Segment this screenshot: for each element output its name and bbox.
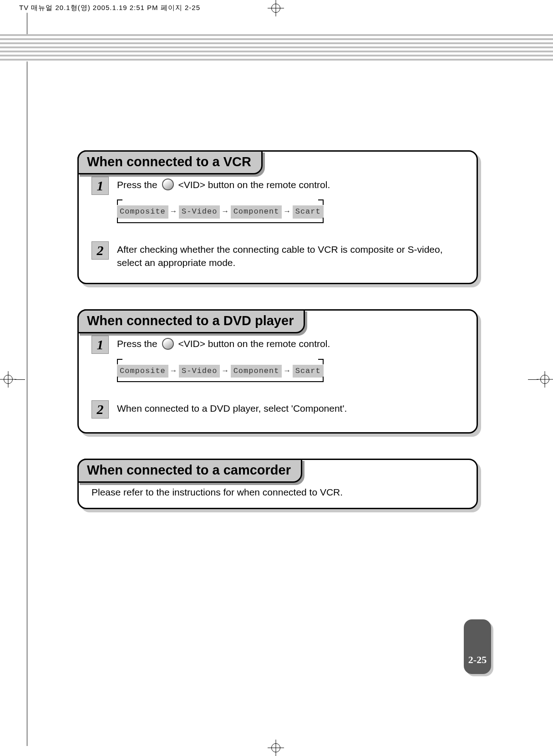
registration-mark-icon (537, 371, 553, 388)
text-part: <VID> button on the remote control. (178, 179, 330, 190)
step-text: When connected to a DVD player, select '… (117, 400, 464, 415)
vid-button-icon (162, 338, 174, 350)
mode-item: Component (231, 205, 282, 219)
crop-line (27, 13, 27, 746)
mode-cycle-diagram: Composite → S-Video → Component → Scart (117, 359, 324, 383)
step-number-badge: 2 (91, 400, 109, 419)
section-text: Please refer to the instructions for whe… (91, 485, 464, 498)
mode-item: Composite (117, 205, 168, 219)
mode-item: Scart (293, 205, 324, 219)
mode-item: S-Video (179, 205, 220, 219)
print-header-meta: TV 매뉴얼 20.1형(영) 2005.1.19 2:51 PM 페이지 2-… (19, 4, 200, 12)
step-text: Press the <VID> button on the remote con… (117, 177, 464, 223)
registration-mark-icon (0, 371, 16, 388)
arrow-icon: → (282, 207, 292, 217)
step-text: After checking whether the connecting ca… (117, 241, 464, 269)
step-text: Press the <VID> button on the remote con… (117, 336, 464, 382)
manual-page: TV 매뉴얼 20.1형(영) 2005.1.19 2:51 PM 페이지 2-… (0, 0, 553, 756)
mode-item: Scart (293, 365, 324, 378)
section-title: When connected to a camcorder (77, 459, 302, 483)
text-part: Press the (117, 179, 160, 190)
mode-cycle-diagram: Composite → S-Video → Component → Scart (117, 199, 324, 223)
step-row: 1 Press the <VID> button on the remote c… (91, 336, 464, 382)
section-camcorder: When connected to a camcorder Please ref… (77, 459, 478, 509)
mode-item: S-Video (179, 365, 220, 378)
text-part: Press the (117, 338, 160, 349)
step-row: 2 When connected to a DVD player, select… (91, 400, 464, 419)
page-content: When connected to a VCR 1 Press the <VID… (77, 150, 478, 534)
section-vcr: When connected to a VCR 1 Press the <VID… (77, 150, 478, 284)
arrow-icon: → (168, 207, 179, 217)
decorative-stripes (0, 34, 553, 61)
registration-mark-icon (268, 740, 284, 756)
section-title: When connected to a DVD player (77, 309, 305, 333)
page-number-tab: 2-25 (464, 619, 491, 674)
crop-tick (15, 379, 25, 380)
step-row: 2 After checking whether the connecting … (91, 241, 464, 269)
step-number-badge: 1 (91, 336, 109, 354)
mode-item: Component (231, 365, 282, 378)
text-part: <VID> button on the remote control. (178, 338, 330, 349)
section-dvd: When connected to a DVD player 1 Press t… (77, 309, 478, 434)
vid-button-icon (162, 179, 174, 190)
step-number-badge: 2 (91, 241, 109, 260)
crop-tick (528, 379, 538, 380)
arrow-icon: → (220, 207, 230, 217)
page-number: 2-25 (468, 654, 487, 666)
mode-item: Composite (117, 365, 168, 378)
step-number-badge: 1 (91, 177, 109, 195)
registration-mark-icon (268, 0, 284, 16)
arrow-icon: → (168, 366, 179, 377)
section-title: When connected to a VCR (77, 150, 263, 174)
step-row: 1 Press the <VID> button on the remote c… (91, 177, 464, 223)
arrow-icon: → (282, 366, 292, 377)
arrow-icon: → (220, 366, 230, 377)
